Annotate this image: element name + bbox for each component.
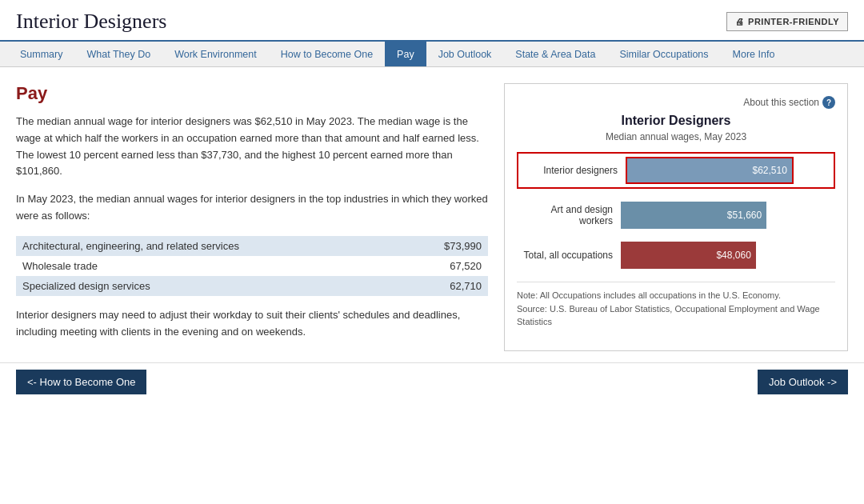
tab-job-outlook[interactable]: Job Outlook	[426, 42, 504, 66]
tab-state-area-data[interactable]: State & Area Data	[503, 42, 607, 66]
bar-label-art-design: Art and design workers	[517, 204, 621, 226]
about-label: About this section	[743, 97, 819, 108]
chart-note: Note: All Occupations includes all occup…	[517, 282, 835, 329]
industry-wage: $73,990	[403, 236, 488, 256]
tab-summary[interactable]: Summary	[8, 42, 74, 66]
paragraph-3: Interior designers may need to adjust th…	[16, 307, 488, 341]
table-row: Specialized design services 62,710	[16, 276, 488, 296]
chart-note-text: Note: All Occupations includes all occup…	[517, 290, 820, 326]
prev-button[interactable]: <- How to Become One	[16, 370, 146, 394]
bar-interior-designers: $62,510	[626, 157, 794, 184]
tab-more-info[interactable]: More Info	[721, 42, 787, 66]
chart-row-all-occupations: Total, all occupations $48,060	[517, 242, 835, 269]
bar-art-design: $51,660	[621, 202, 766, 229]
chart-row-art-design: Art and design workers $51,660	[517, 202, 835, 229]
bar-value-art-design: $51,660	[727, 210, 762, 221]
industry-table: Architectural, engineering, and related …	[16, 236, 488, 296]
next-button[interactable]: Job Outlook ->	[758, 370, 848, 394]
left-panel: Pay The median annual wage for interior …	[16, 83, 488, 351]
page-header: Interior Designers 🖨 PRINTER-FRIENDLY	[0, 0, 864, 40]
chart-panel: About this section ? Interior Designers …	[504, 83, 848, 351]
section-title: Pay	[16, 83, 488, 104]
bar-wrap-all-occupations: $48,060	[621, 242, 835, 269]
bar-label-interior-designers: Interior designers	[522, 165, 626, 176]
about-row: About this section ?	[517, 96, 835, 109]
chart-row-interior-designers: Interior designers $62,510	[522, 157, 830, 184]
printer-friendly-button[interactable]: 🖨 PRINTER-FRIENDLY	[726, 12, 848, 31]
industry-name: Wholesale trade	[16, 256, 403, 276]
paragraph-1: The median annual wage for interior desi…	[16, 114, 488, 180]
industry-wage: 67,520	[403, 256, 488, 276]
page-title: Interior Designers	[16, 10, 166, 34]
bar-all-occupations: $48,060	[621, 242, 756, 269]
paragraph-2: In May 2023, the median annual wages for…	[16, 191, 488, 225]
industry-name: Architectural, engineering, and related …	[16, 236, 403, 256]
nav-tabs: Summary What They Do Work Environment Ho…	[0, 40, 864, 67]
about-link[interactable]: About this section ?	[743, 96, 835, 109]
tab-work-environment[interactable]: Work Environment	[162, 42, 269, 66]
chart-title: Interior Designers	[517, 114, 835, 128]
tab-pay[interactable]: Pay	[385, 42, 426, 66]
industry-wage: 62,710	[403, 276, 488, 296]
bar-wrap-interior-designers: $62,510	[626, 157, 830, 184]
bar-label-all-occupations: Total, all occupations	[517, 250, 621, 261]
info-icon: ?	[822, 96, 835, 109]
footer-nav: <- How to Become One Job Outlook ->	[0, 362, 864, 401]
table-row: Wholesale trade 67,520	[16, 256, 488, 276]
tab-how-to-become-one[interactable]: How to Become One	[269, 42, 385, 66]
tab-similar-occupations[interactable]: Similar Occupations	[607, 42, 720, 66]
main-content: Pay The median annual wage for interior …	[0, 67, 864, 359]
industry-name: Specialized design services	[16, 276, 403, 296]
bar-value-interior-designers: $62,510	[753, 165, 787, 176]
chart-subtitle: Median annual wages, May 2023	[517, 131, 835, 142]
table-row: Architectural, engineering, and related …	[16, 236, 488, 256]
chart-container: Interior designers $62,510 Art and desig…	[517, 152, 835, 269]
bar-value-all-occupations: $48,060	[716, 250, 750, 261]
tab-what-they-do[interactable]: What They Do	[74, 42, 162, 66]
bar-wrap-art-design: $51,660	[621, 202, 835, 229]
chart-highlight-box: Interior designers $62,510	[517, 152, 835, 189]
printer-icon: 🖨	[735, 17, 745, 26]
